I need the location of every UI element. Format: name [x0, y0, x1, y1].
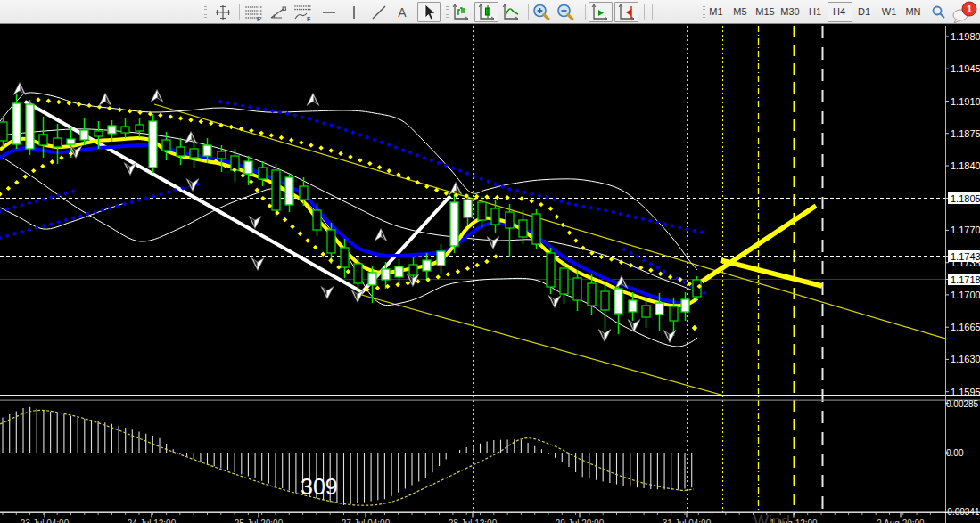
svg-text:29 Jul 20:00: 29 Jul 20:00	[556, 519, 605, 523]
svg-text:2 Aug 20:00: 2 Aug 20:00	[877, 519, 925, 523]
svg-text:1.1875: 1.1875	[951, 128, 980, 139]
svg-text:1.1840: 1.1840	[951, 160, 980, 171]
svg-text:24 Jul 12:00: 24 Jul 12:00	[128, 519, 177, 523]
svg-text:27 Jul 04:00: 27 Jul 04:00	[342, 519, 391, 523]
svg-text:1.1770: 1.1770	[951, 225, 980, 235]
svg-text:F: F	[257, 16, 261, 22]
svg-text:-0.00341: -0.00341	[944, 507, 980, 517]
svg-text:309: 309	[301, 474, 338, 499]
svg-text:31 Jul 04:00: 31 Jul 04:00	[663, 519, 712, 523]
svg-text:28 Jul 12:00: 28 Jul 12:00	[449, 519, 498, 523]
svg-text:1.1805: 1.1805	[951, 193, 980, 204]
svg-text:23 Jul 04:00: 23 Jul 04:00	[21, 519, 70, 523]
svg-text:1.1980: 1.1980	[951, 31, 980, 42]
svg-text:1: 1	[967, 4, 972, 14]
svg-text:1.1665: 1.1665	[951, 322, 980, 332]
svg-text:1.1718: 1.1718	[951, 274, 980, 285]
svg-text:1.1700: 1.1700	[951, 290, 980, 300]
svg-text:0.00: 0.00	[946, 448, 964, 458]
svg-text:1.1945: 1.1945	[951, 63, 980, 74]
svg-text:A: A	[398, 5, 407, 20]
svg-text:1.1910: 1.1910	[951, 96, 980, 107]
svg-text:25 Jul 20:00: 25 Jul 20:00	[235, 519, 284, 523]
svg-text:1.1595: 1.1595	[951, 387, 980, 397]
svg-text:Wind: Wind	[754, 512, 790, 523]
svg-text:F: F	[307, 16, 311, 22]
svg-text:0.00285: 0.00285	[946, 399, 979, 409]
svg-text:1.1743: 1.1743	[951, 251, 980, 262]
svg-text:1.1630: 1.1630	[951, 354, 980, 364]
